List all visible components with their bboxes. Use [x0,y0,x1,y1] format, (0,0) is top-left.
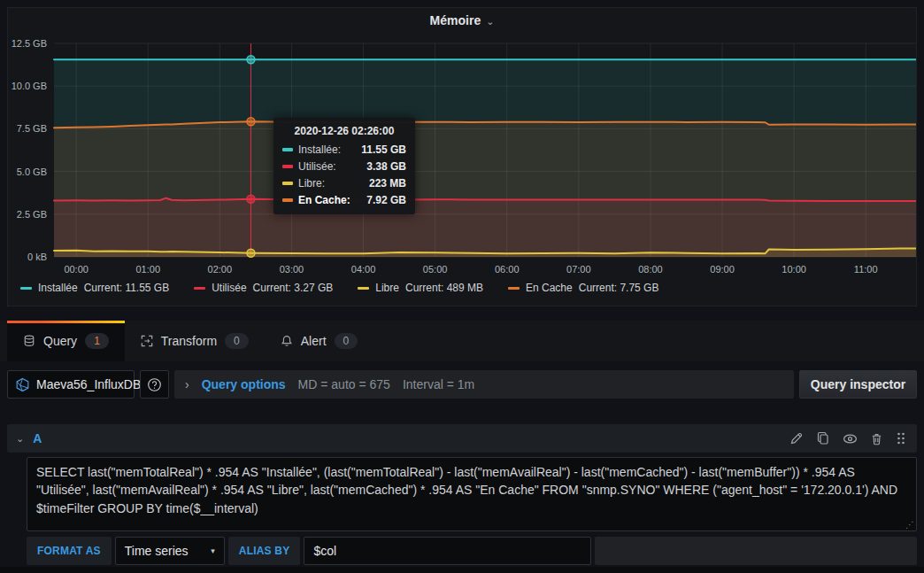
tab-label: Alert [301,334,327,348]
svg-text:07:00: 07:00 [566,264,591,275]
tab-count-badge: 0 [335,333,358,349]
panel-title: Mémoire [430,13,481,27]
svg-text:12.5 GB: 12.5 GB [12,38,47,49]
query-ref-id[interactable]: A [33,431,42,445]
chevron-right-icon: › [185,377,189,391]
query-editor: Maeva56_InfluxDB ⌄ › Query options MD = … [0,370,924,565]
query-options-md: MD = auto = 675 [298,377,390,391]
svg-text:0 kB: 0 kB [27,252,47,262]
transform-icon [141,335,153,347]
tooltip-row: Libre: 223 MB [282,177,406,190]
svg-text:05:00: 05:00 [423,264,448,275]
database-icon [23,335,35,347]
chevron-down-icon: ⌄ [486,17,494,27]
eye-icon[interactable] [843,431,858,446]
format-as-value: Time series [125,544,204,558]
caret-down-icon: ▾ [211,546,215,555]
tooltip-row-highlighted: En Cache: 7.92 GB [282,194,406,206]
query-inspector-button[interactable]: Query inspector [799,370,917,399]
drag-handle-icon[interactable] [896,431,906,445]
svg-text:06:00: 06:00 [495,264,520,275]
copy-icon[interactable] [816,431,830,445]
svg-text:10.0 GB: 10.0 GB [12,81,47,91]
svg-text:11:00: 11:00 [854,264,878,275]
datasource-name: Maeva56_InfluxDB [36,377,141,391]
tooltip-timestamp: 2020-12-26 02:26:00 [282,125,406,137]
svg-text:10:00: 10:00 [782,264,806,275]
tooltip-row: Utilisée: 3.38 GB [282,160,406,173]
svg-text:09:00: 09:00 [710,264,735,275]
svg-text:04:00: 04:00 [351,264,376,275]
collapse-chevron-icon[interactable]: ⌄ [16,433,24,445]
series-swatch [282,198,293,202]
query-row-header: ⌄ A [7,424,917,453]
edit-pencil-icon[interactable] [789,431,804,445]
tab-alert[interactable]: Alert 0 [265,321,373,361]
legend-item-encache[interactable]: En Cache Current: 7.75 GB [508,282,658,294]
format-as-select[interactable]: Time series ▾ [115,537,225,565]
footer-strip [0,567,924,573]
tooltip-row: Installée: 11.55 GB [282,143,406,156]
svg-text:08:00: 08:00 [638,264,663,275]
bell-icon [281,335,293,347]
series-swatch [194,287,205,290]
format-row-filler [595,537,917,565]
query-text-container: SELECT last("memTotalReal") * .954 AS "I… [27,457,917,531]
panel-title-bar[interactable]: Mémoire ⌄ [8,8,916,33]
datasource-help-button[interactable] [140,370,169,399]
legend-item-libre[interactable]: Libre Current: 489 MB [358,282,483,294]
query-text-input[interactable]: SELECT last("memTotalReal") * .954 AS "I… [27,457,917,531]
editor-tab-bar: Query 1 Transform 0 Alert 0 [0,321,924,361]
datasource-row: Maeva56_InfluxDB ⌄ › Query options MD = … [7,370,917,399]
format-as-label: FORMAT AS [27,537,112,565]
tab-transform[interactable]: Transform 0 [125,321,265,361]
svg-text:00:00: 00:00 [64,264,89,275]
query-actions [789,431,906,446]
tab-count-badge: 0 [225,333,249,349]
chart-tooltip: 2020-12-26 02:26:00 Installée: 11.55 GB … [273,118,415,214]
datasource-picker[interactable]: Maeva56_InfluxDB ⌄ [7,370,135,399]
query-options-toggle[interactable]: › Query options MD = auto = 675 Interval… [174,370,794,399]
series-swatch [282,148,293,151]
query-options-label: Query options [202,377,286,391]
series-swatch [282,182,293,185]
memory-chart[interactable]: 0 kB2.5 GB5.0 GB7.5 GB10.0 GB12.5 GB00:0… [8,33,916,279]
series-swatch [282,165,293,168]
series-swatch [20,287,32,290]
alias-by-label: ALIAS BY [228,537,301,565]
format-row: FORMAT AS Time series ▾ ALIAS BY [27,537,917,565]
svg-text:7.5 GB: 7.5 GB [17,123,47,134]
tab-label: Query [43,334,77,348]
influxdb-logo-icon [15,377,30,392]
tab-query[interactable]: Query 1 [7,321,125,361]
svg-text:01:00: 01:00 [135,264,160,275]
svg-text:03:00: 03:00 [280,264,304,275]
chart-legend: Installée Current: 11.55 GB Utilisée Cur… [20,282,658,294]
svg-text:02:00: 02:00 [208,264,233,275]
alias-by-input[interactable] [304,537,591,565]
series-swatch [358,287,369,290]
query-options-interval: Interval = 1m [403,377,474,391]
legend-item-utilisee[interactable]: Utilisée Current: 3.27 GB [194,282,333,294]
tab-count-badge: 1 [85,333,109,349]
svg-text:5.0 GB: 5.0 GB [17,166,47,177]
tab-label: Transform [161,334,217,348]
series-swatch [508,287,520,290]
memory-panel: Mémoire ⌄ 0 kB2.5 GB5.0 GB7.5 GB10.0 GB1… [7,7,917,306]
resize-handle[interactable]: ⋰ [905,520,914,530]
svg-text:2.5 GB: 2.5 GB [17,209,47,220]
legend-item-installee[interactable]: Installée Current: 11.55 GB [20,282,169,294]
trash-icon[interactable] [870,432,883,445]
